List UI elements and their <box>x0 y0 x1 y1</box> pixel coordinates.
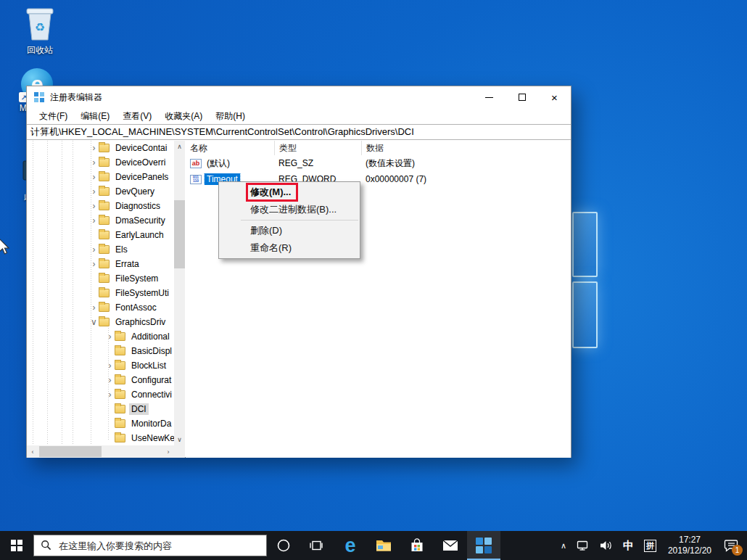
tree-indent-guide <box>91 141 91 445</box>
clock[interactable]: 17:27 2019/12/20 <box>661 531 718 560</box>
vertical-scroll-thumb[interactable] <box>174 200 185 268</box>
tree-horizontal-scrollbar[interactable]: ‹ › <box>27 445 174 458</box>
folder-icon <box>115 419 125 428</box>
cortana-icon <box>276 538 291 553</box>
context-menu-item[interactable]: 修改二进制数据(B)... <box>219 201 360 218</box>
tree-node[interactable]: MonitorDa <box>27 416 174 431</box>
tree-node-label: Connectivi <box>129 389 174 400</box>
maximize-button[interactable] <box>505 86 538 108</box>
tree-node[interactable]: › DeviceContai <box>27 141 174 155</box>
tree-node-label: Els <box>113 244 130 255</box>
scroll-down-icon[interactable]: ∨ <box>174 434 185 445</box>
tree-node[interactable]: EarlyLaunch <box>27 228 174 242</box>
menu-item[interactable]: 帮助(H) <box>209 108 252 124</box>
tree-node[interactable]: › DmaSecurity <box>27 213 174 228</box>
store-button[interactable] <box>400 531 434 560</box>
column-header-name[interactable]: 名称 <box>186 142 274 155</box>
scrollbar-corner <box>174 445 185 458</box>
close-button[interactable]: × <box>538 86 571 108</box>
registry-path: 计算机\HKEY_LOCAL_MACHINE\SYSTEM\CurrentCon… <box>30 125 414 139</box>
tree-node[interactable]: › Additional <box>27 329 174 344</box>
value-row[interactable]: ab 011 110 (默认) REG_SZ (数值未设置) <box>186 155 571 171</box>
recycle-bin-icon: ♻ <box>23 6 57 42</box>
tree-node[interactable]: › BlockList <box>27 358 174 373</box>
tree-expander-icon[interactable]: › <box>105 390 115 400</box>
hidden-icons-button[interactable]: ∧ <box>556 531 571 560</box>
folder-icon <box>99 274 110 283</box>
file-explorer-button[interactable] <box>367 531 400 560</box>
tree-node[interactable]: › Configurat <box>27 373 174 387</box>
menu-item[interactable]: 编辑(E) <box>74 108 116 124</box>
menu-item[interactable]: 收藏夹(A) <box>158 108 209 124</box>
scroll-right-icon[interactable]: › <box>162 445 174 458</box>
tree-expander-icon[interactable]: › <box>105 332 115 342</box>
volume-button[interactable] <box>595 531 618 560</box>
tree-node-label: DmaSecurity <box>113 215 168 226</box>
ime-mode-button[interactable]: 拼 <box>639 531 661 560</box>
folder-icon <box>99 303 110 312</box>
ime-language-button[interactable]: 中 <box>618 531 639 560</box>
task-view-button[interactable] <box>300 531 334 560</box>
scroll-left-icon[interactable]: ‹ <box>27 445 38 458</box>
tree-node[interactable]: DCI <box>27 402 174 416</box>
action-center-button[interactable]: 1 <box>718 531 747 560</box>
menu-item[interactable]: 查看(V) <box>116 108 158 124</box>
minimize-button[interactable] <box>473 86 505 108</box>
values-header-row: 名称 类型 数据 <box>186 141 571 155</box>
tree-node[interactable]: › DevQuery <box>27 184 174 199</box>
title-bar[interactable]: 注册表编辑器 × <box>27 86 571 108</box>
mail-button[interactable] <box>434 531 467 560</box>
regedit-icon <box>476 538 492 553</box>
tree-node[interactable]: › Connectivi <box>27 387 174 402</box>
tree-node[interactable]: FileSystemUti <box>27 286 174 300</box>
tree-indent-guide <box>47 141 48 445</box>
cortana-button[interactable] <box>267 531 300 560</box>
context-menu-item[interactable]: 删除(D) <box>219 222 360 239</box>
column-header-type[interactable]: 类型 <box>274 141 361 155</box>
taskbar-edge-button[interactable]: e <box>334 531 367 560</box>
tree-node[interactable]: ∨ GraphicsDriv <box>27 315 174 329</box>
tree-node[interactable]: BasicDispl <box>27 344 174 358</box>
taskbar-search-box[interactable] <box>33 535 267 556</box>
ime-language-label: 中 <box>623 539 634 553</box>
tree-node[interactable]: › DevicePanels <box>27 170 174 184</box>
tree-indent-guide <box>33 141 33 445</box>
desktop-icon-recycle-bin[interactable]: ♻ 回收站 <box>12 6 68 56</box>
tree-node[interactable]: › DeviceOverri <box>27 155 174 170</box>
folder-icon <box>99 289 110 297</box>
tree-node[interactable]: FileSystem <box>27 271 174 286</box>
address-bar[interactable]: 计算机\HKEY_LOCAL_MACHINE\SYSTEM\CurrentCon… <box>27 124 571 140</box>
horizontal-scroll-thumb[interactable] <box>39 446 102 457</box>
tree-node[interactable]: › Diagnostics <box>27 199 174 213</box>
notification-badge: 1 <box>732 545 743 556</box>
chevron-up-icon: ∧ <box>561 541 566 551</box>
tree-node[interactable]: › Els <box>27 242 174 257</box>
tree-node[interactable]: › FontAssoc <box>27 300 174 315</box>
column-header-data[interactable]: 数据 <box>361 141 571 155</box>
store-icon <box>409 538 425 553</box>
menu-item[interactable]: 文件(F) <box>33 108 74 124</box>
taskbar-regedit-button[interactable] <box>467 531 500 560</box>
folder-icon <box>99 173 110 181</box>
start-button[interactable] <box>0 531 33 560</box>
context-menu-item[interactable]: 修改(M)... <box>219 184 360 201</box>
tree-node-label: Errata <box>113 258 141 270</box>
window-title: 注册表编辑器 <box>50 91 102 104</box>
tree-node-label: DeviceContai <box>113 142 169 154</box>
context-menu-item[interactable]: 重命名(R) <box>219 239 360 257</box>
tree-node-label: BasicDispl <box>129 345 174 357</box>
network-button[interactable] <box>571 531 595 560</box>
context-menu-item-label: 重命名(R) <box>250 242 292 255</box>
tree-node[interactable]: › Errata <box>27 257 174 271</box>
string-glyph: ab <box>192 160 200 167</box>
tree-vertical-scrollbar[interactable]: ∧ ∨ <box>174 141 185 445</box>
folder-icon <box>115 376 125 384</box>
scroll-up-icon[interactable]: ∧ <box>174 141 185 152</box>
tree-node[interactable]: UseNewKe <box>27 431 174 445</box>
dword-glyph-bottom: 110 <box>193 179 199 183</box>
tree-expander-icon[interactable]: › <box>105 375 115 385</box>
tree-expander-icon[interactable]: › <box>105 361 115 371</box>
tree-node-label: Diagnostics <box>113 200 162 212</box>
folder-icon <box>99 187 110 196</box>
search-input[interactable] <box>59 540 260 551</box>
